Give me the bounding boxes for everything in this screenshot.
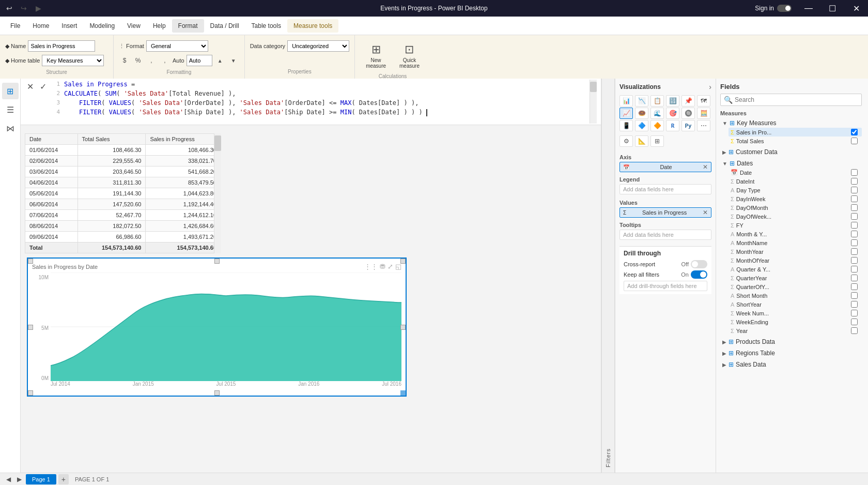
chart-resize-e[interactable] <box>400 325 406 330</box>
add-page-btn[interactable]: + <box>58 474 69 484</box>
chart-resize-n[interactable] <box>214 259 220 264</box>
tree-item[interactable]: ΣDayOfMonth <box>729 203 862 212</box>
tree-item-checkbox[interactable] <box>851 195 858 202</box>
chart-resize-nw[interactable] <box>28 259 33 264</box>
formula-accept-btn[interactable]: ✓ <box>38 81 49 93</box>
viz-icon-matrix[interactable]: 🧮 <box>697 108 710 119</box>
new-measure-btn[interactable]: ⊞ Newmeasure <box>361 40 391 71</box>
maximize-btn[interactable]: ☐ <box>820 0 844 17</box>
home-table-select[interactable]: Key Measures <box>42 55 104 66</box>
menu-data-drill[interactable]: Data / Drill <box>204 19 245 33</box>
legend-drop[interactable]: Add data fields here <box>619 184 711 194</box>
tree-item-checkbox[interactable] <box>851 169 858 176</box>
tree-item[interactable]: ΣDateInt <box>729 177 862 186</box>
data-category-select[interactable]: Uncategorized <box>287 40 349 52</box>
tree-item[interactable]: ΣSales in Pro... <box>729 128 862 137</box>
next-page-btn[interactable]: ▶ <box>15 476 24 483</box>
dollar-icon[interactable]: $ <box>119 55 130 66</box>
menu-insert[interactable]: Insert <box>55 19 83 33</box>
forward-btn[interactable]: ▶ <box>33 3 43 13</box>
menu-format[interactable]: Format <box>172 19 204 33</box>
menu-table-tools[interactable]: Table tools <box>245 19 287 33</box>
tree-item[interactable]: AShort Month <box>729 291 862 300</box>
tree-item-checkbox[interactable] <box>851 292 858 299</box>
data-icon[interactable]: ☰ <box>2 101 19 118</box>
auto-input[interactable] <box>187 55 212 66</box>
tree-item[interactable]: ΣYear <box>729 326 862 335</box>
viz-icon-py[interactable]: Py <box>681 120 695 131</box>
viz-analytics-icon[interactable]: 📐 <box>635 135 648 147</box>
tree-section-header[interactable]: ▼ ⊞ Dates <box>720 159 862 168</box>
menu-measure-tools[interactable]: Measure tools <box>287 19 338 33</box>
tooltips-drop[interactable]: Add data fields here <box>619 230 711 240</box>
tree-section-header[interactable]: ▼ ⊞ Key Measures <box>720 118 862 128</box>
measure-name-input[interactable] <box>28 40 95 52</box>
tree-item-checkbox[interactable] <box>851 213 858 220</box>
comma-icon[interactable]: , <box>146 55 157 66</box>
quick-measure-btn[interactable]: ⊡ Quickmeasure <box>395 40 424 71</box>
tree-item[interactable]: ΣQuarterYear <box>729 274 862 282</box>
viz-icon-table[interactable]: 📋 <box>650 95 664 107</box>
tree-item[interactable]: ΣMonthYear <box>729 247 862 256</box>
down-icon[interactable]: ▼ <box>228 55 239 66</box>
table-scrollbar[interactable] <box>214 133 221 253</box>
tree-section-header[interactable]: ▶ ⊞ Sales Data <box>720 360 862 369</box>
tree-item-checkbox[interactable] <box>851 231 858 237</box>
viz-fields-icon[interactable]: ⊞ <box>650 135 664 147</box>
percent-icon[interactable]: % <box>132 55 144 66</box>
tree-section-header[interactable]: ▶ ⊞ Products Data <box>720 337 862 346</box>
tree-item-checkbox[interactable] <box>851 283 858 290</box>
formula-scrollbar[interactable] <box>590 80 597 124</box>
theme-toggle[interactable] <box>777 5 792 12</box>
search-input[interactable] <box>735 96 858 103</box>
redo-btn[interactable]: ↪ <box>19 3 29 13</box>
tree-item[interactable]: ΣWeekEnding <box>729 317 862 326</box>
viz-icon-bar[interactable]: 📊 <box>619 95 633 107</box>
viz-icon-shape2[interactable]: 🔶 <box>650 120 664 131</box>
tree-item-checkbox[interactable] <box>851 248 858 255</box>
model-icon[interactable]: ⋈ <box>2 120 19 137</box>
close-btn[interactable]: ✕ <box>844 0 868 17</box>
tree-item[interactable]: ΣQuarterOfY... <box>729 282 862 291</box>
chart-expand-icon[interactable]: ⤢ <box>388 263 393 270</box>
viz-icon-map2[interactable]: 🗺 <box>697 95 710 107</box>
report-icon[interactable]: ⊞ <box>2 83 19 99</box>
chart-resize-sw[interactable] <box>28 390 33 396</box>
menu-help[interactable]: Help <box>147 19 172 33</box>
filters-tab[interactable]: Filters <box>601 79 615 473</box>
viz-icon-scatter[interactable]: 🎯 <box>666 108 679 119</box>
prev-page-btn[interactable]: ◀ <box>4 476 13 483</box>
formula-code[interactable]: 1 Sales in Progress = 2 CALCULATE( SUM( … <box>53 80 590 117</box>
viz-format-icon[interactable]: ⚙ <box>619 135 633 147</box>
viz-icon-r[interactable]: R <box>666 120 679 131</box>
tree-item-checkbox[interactable] <box>851 257 858 264</box>
tree-item[interactable]: ΣDayInWeek <box>729 194 862 203</box>
tree-item[interactable]: ΣWeek Num... <box>729 309 862 317</box>
tree-item-checkbox[interactable] <box>851 266 858 272</box>
tree-item-checkbox[interactable] <box>851 319 858 325</box>
undo-btn[interactable]: ↩ <box>4 3 14 13</box>
tree-section-header[interactable]: ▶ ⊞ Regions Table <box>720 348 862 358</box>
drill-fields-drop[interactable]: Add drill-through fields here <box>624 281 707 291</box>
tree-item[interactable]: ΣFY <box>729 221 862 230</box>
viz-icon-donut[interactable]: 🍩 <box>635 108 648 119</box>
chart-resize-s[interactable] <box>214 390 220 396</box>
menu-modeling[interactable]: Modeling <box>83 19 121 33</box>
viz-icon-gauge[interactable]: 🔘 <box>681 108 695 119</box>
tree-item-checkbox[interactable] <box>851 327 858 334</box>
viz-icon-card[interactable]: 🔢 <box>666 95 679 107</box>
tree-item[interactable]: AMonth & Y... <box>729 230 862 238</box>
axis-field-remove[interactable]: ✕ <box>703 163 708 171</box>
menu-home[interactable]: Home <box>26 19 55 33</box>
chart-focus-icon[interactable]: ◱ <box>395 263 401 270</box>
viz-icon-shape[interactable]: 🔷 <box>635 120 648 131</box>
format-select[interactable]: General <box>146 40 208 52</box>
canvas-area[interactable]: Date Total Sales Sales in Progress 01/06… <box>21 125 601 473</box>
tree-item[interactable]: AQuarter & Y... <box>729 265 862 274</box>
chart-resize-se[interactable] <box>400 390 406 396</box>
chart-filter-icon[interactable]: ⛃ <box>380 263 385 270</box>
viz-icon-waterfall[interactable]: 🌊 <box>650 108 664 119</box>
viz-icon-line[interactable]: 📉 <box>635 95 648 107</box>
values-field-remove[interactable]: ✕ <box>703 209 708 216</box>
formula-cancel-btn[interactable]: ✕ <box>25 81 36 93</box>
